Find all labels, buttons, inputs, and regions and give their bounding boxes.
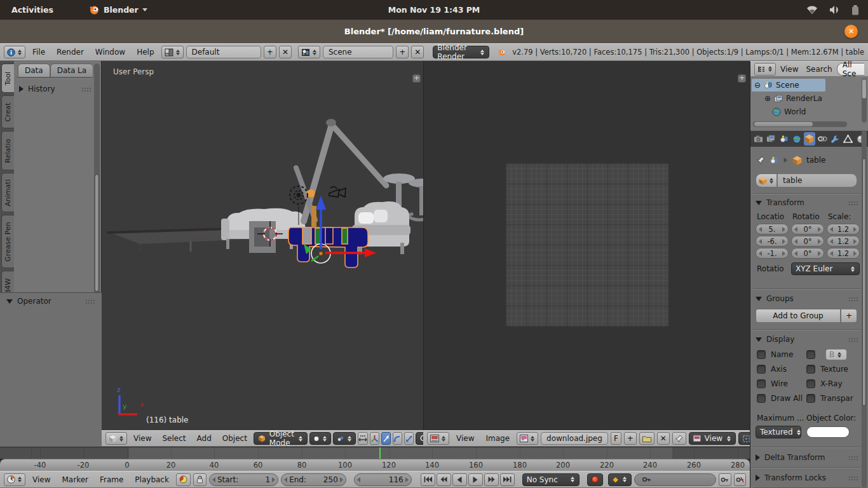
tab-data[interactable]: Data	[18, 64, 50, 78]
image-view-mode-select[interactable]: View	[689, 432, 736, 445]
panel-grip-icon[interactable]	[81, 87, 92, 92]
clock[interactable]: Mon Nov 19 1:43 PM	[388, 5, 480, 15]
tab-world[interactable]	[791, 132, 803, 146]
scene-browse-button[interactable]	[298, 46, 320, 58]
scene-canvas[interactable]: z y x	[102, 61, 423, 430]
start-frame-field[interactable]: Start: 1	[209, 473, 278, 486]
tab-object[interactable]	[804, 132, 815, 146]
tab-render[interactable]	[752, 132, 764, 146]
viewport-shading-select[interactable]	[309, 432, 331, 445]
tab-render-layers[interactable]	[765, 132, 776, 146]
outliner-row-world[interactable]: World	[750, 105, 806, 118]
viewport-3d[interactable]: User Persp +	[102, 61, 423, 430]
active-keying-set-field[interactable]	[634, 473, 716, 486]
battery-icon[interactable]	[851, 5, 859, 15]
location-x[interactable]: 5.	[756, 224, 789, 234]
screen-layout-name-field[interactable]: Default	[186, 46, 261, 58]
shelf-tab-animation[interactable]: Animati	[1, 173, 14, 212]
outliner-row-renderlayers[interactable]: ⊕ RenderLa	[750, 92, 822, 105]
menu-object[interactable]: Object	[218, 433, 252, 444]
delta-transform-header[interactable]: Delta Transform	[756, 453, 858, 462]
render-engine-select[interactable]: Blender Render	[433, 46, 489, 58]
transform-locks-header[interactable]: Transform Locks	[756, 473, 858, 482]
menu-frame[interactable]: Frame	[95, 474, 128, 485]
checkbox-name[interactable]	[757, 350, 766, 359]
menu-image[interactable]: Image	[481, 433, 514, 444]
add-to-group-button[interactable]: Add to Group	[756, 309, 841, 323]
editor-type-timeline-button[interactable]	[4, 473, 25, 486]
scene-name-field[interactable]: Scene	[323, 46, 393, 58]
menu-view[interactable]: View	[777, 64, 801, 75]
record-button[interactable]	[587, 473, 603, 486]
shelf-tab-relations[interactable]: Relatio	[1, 131, 14, 170]
scene-delete-button[interactable]: ✕	[411, 46, 424, 58]
panel-grip-icon[interactable]	[848, 337, 858, 342]
transform-panel-header[interactable]: Transform	[756, 198, 858, 207]
current-frame-cursor[interactable]	[379, 447, 381, 459]
panel-grip-icon[interactable]	[848, 456, 858, 460]
menu-marker[interactable]: Marker	[57, 474, 92, 485]
menu-window[interactable]: Window	[91, 46, 130, 58]
collapse-toggle[interactable]: ⊖	[754, 81, 761, 90]
manipulator-axes-button[interactable]	[370, 432, 379, 445]
fake-user-button[interactable]: F	[611, 432, 621, 445]
uv-image-editor[interactable]: +	[423, 61, 750, 430]
shelf-tab-grease-pencil[interactable]: Grease Pen	[1, 215, 14, 268]
tab-scene[interactable]	[778, 132, 789, 146]
scene-breadcrumb-icon[interactable]	[770, 156, 779, 165]
lock-frame-range-button[interactable]	[193, 473, 207, 486]
tab-data-la[interactable]: Data La	[50, 64, 94, 78]
rotation-x[interactable]: 0°	[791, 224, 824, 234]
play-button[interactable]	[468, 473, 483, 486]
checkbox-axis[interactable]	[757, 365, 766, 374]
manipulator-rotate-button[interactable]	[393, 432, 402, 445]
location-y[interactable]: -6.	[756, 236, 789, 247]
checkbox-name-b[interactable]	[806, 350, 815, 359]
checkbox-xray[interactable]	[806, 379, 815, 388]
draw-type-select[interactable]: Textured	[756, 426, 801, 438]
menu-render[interactable]: Render	[52, 46, 88, 58]
current-frame-field[interactable]: 116	[354, 473, 412, 486]
previous-keyframe-button[interactable]	[437, 473, 451, 486]
wifi-icon[interactable]	[806, 6, 818, 15]
screen-layout-delete-button[interactable]: ✕	[279, 46, 292, 58]
image-open-button[interactable]	[639, 432, 654, 445]
insert-keyframe-button[interactable]	[719, 473, 731, 486]
jump-to-start-button[interactable]	[421, 473, 435, 486]
close-button[interactable]: ✕	[844, 25, 858, 38]
manipulator-translate-button[interactable]	[381, 432, 391, 445]
menu-search[interactable]: Search	[803, 64, 835, 75]
screen-layout-add-button[interactable]: +	[264, 46, 276, 58]
editor-type-image-button[interactable]	[427, 432, 449, 445]
activities-button[interactable]: Activities	[6, 5, 58, 15]
menu-file[interactable]: File	[28, 46, 50, 58]
delete-keyframe-button[interactable]	[734, 473, 746, 486]
screen-layout-browse-button[interactable]	[161, 46, 184, 58]
manipulator-scale-button[interactable]	[404, 432, 414, 445]
window-title-bar[interactable]: Blender* [/home/liam/furnature.blend]	[0, 20, 868, 43]
volume-icon[interactable]	[829, 5, 840, 15]
object-name-input[interactable]: table	[777, 173, 857, 187]
menu-view[interactable]: View	[129, 433, 156, 444]
menu-select[interactable]: Select	[158, 433, 190, 444]
b-display-select[interactable]: B	[825, 349, 847, 360]
properties-scrollbar[interactable]	[862, 130, 867, 488]
pin-icon[interactable]	[757, 156, 765, 165]
display-panel-header[interactable]: Display	[756, 335, 858, 344]
rotation-mode-select[interactable]: XYZ Euler	[791, 262, 860, 275]
rotation-z[interactable]: 0°	[791, 248, 824, 259]
sync-mode-select[interactable]: No Sync	[522, 473, 580, 486]
outliner-hscrollbar[interactable]	[753, 121, 847, 127]
play-reverse-button[interactable]	[452, 473, 467, 486]
outliner-vscrollbar[interactable]	[862, 78, 867, 123]
shelf-tab-create[interactable]: Creat	[1, 95, 14, 128]
tab-constraints[interactable]	[817, 132, 828, 146]
pivot-point-select[interactable]	[333, 432, 356, 445]
panel-grip-icon[interactable]	[848, 476, 858, 480]
editor-type-info-button[interactable]: i	[4, 46, 25, 58]
checkbox-draw-all[interactable]	[757, 394, 766, 403]
menu-view[interactable]: View	[452, 433, 478, 444]
jump-to-end-button[interactable]	[500, 473, 515, 486]
image-name-field[interactable]: download.jpeg	[541, 432, 608, 445]
image-new-button[interactable]: +	[624, 432, 637, 445]
